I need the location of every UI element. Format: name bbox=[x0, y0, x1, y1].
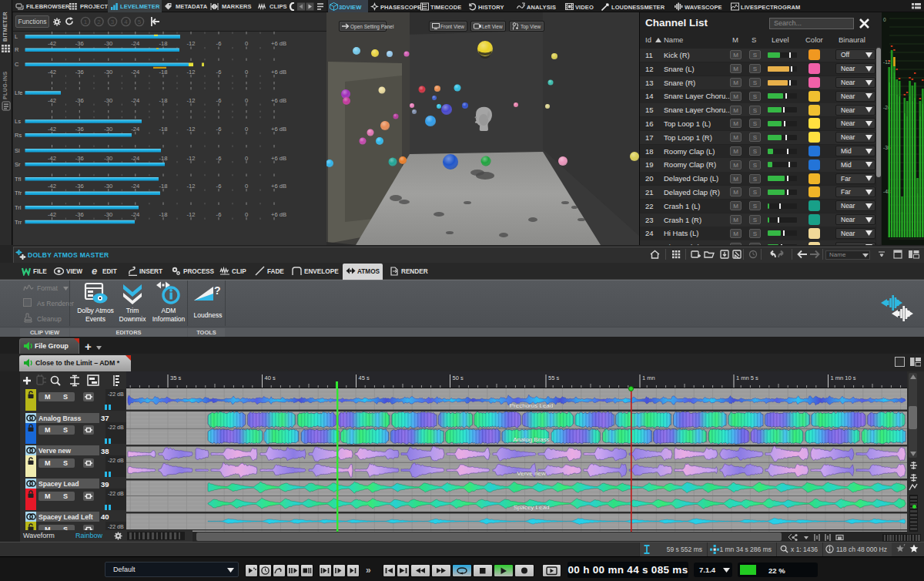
svg-text:-18: -18 bbox=[159, 155, 168, 162]
svg-text:-12: -12 bbox=[187, 155, 196, 162]
svg-text:-42: -42 bbox=[48, 126, 56, 133]
svg-text:-6: -6 bbox=[216, 69, 222, 76]
svg-text:-36: -36 bbox=[75, 40, 84, 47]
svg-text:-6: -6 bbox=[216, 40, 222, 47]
svg-text:-30: -30 bbox=[104, 97, 112, 104]
svg-text:-18: -18 bbox=[159, 126, 168, 133]
svg-text:-42: -42 bbox=[48, 155, 56, 162]
svg-text:-30: -30 bbox=[104, 40, 112, 47]
svg-text:-24: -24 bbox=[131, 183, 139, 190]
svg-text:Lfe: Lfe bbox=[15, 89, 22, 96]
svg-text:0: 0 bbox=[245, 155, 248, 162]
svg-text:-42: -42 bbox=[48, 183, 56, 190]
svg-text:-24: -24 bbox=[131, 69, 139, 76]
svg-text:-6: -6 bbox=[216, 211, 222, 218]
svg-text:-36: -36 bbox=[75, 126, 84, 133]
svg-text:-12: -12 bbox=[187, 126, 196, 133]
svg-text:-42: -42 bbox=[48, 69, 56, 76]
svg-text:-6: -6 bbox=[216, 155, 222, 162]
svg-text:0: 0 bbox=[245, 97, 248, 104]
svg-text:1 mn: 1 mn bbox=[642, 374, 655, 381]
svg-text:-42: -42 bbox=[48, 40, 56, 47]
svg-text:0: 0 bbox=[245, 126, 248, 133]
svg-text:0: 0 bbox=[245, 40, 248, 47]
svg-text:Sl: Sl bbox=[15, 147, 20, 154]
svg-text:-18: -18 bbox=[159, 97, 168, 104]
svg-text:-12: -12 bbox=[187, 183, 196, 190]
svg-text:C: C bbox=[15, 61, 19, 68]
svg-text:Tfl: Tfl bbox=[15, 176, 22, 183]
svg-text:Prechorus Lead: Prechorus Lead bbox=[510, 402, 553, 409]
svg-text:-36: -36 bbox=[75, 155, 84, 162]
svg-text:-30: -30 bbox=[104, 155, 112, 162]
svg-text:-30: -30 bbox=[104, 211, 112, 218]
svg-text:Spacey Lead: Spacey Lead bbox=[514, 504, 550, 511]
svg-text:+6 dB: +6 dB bbox=[271, 183, 286, 190]
svg-text:-30: -30 bbox=[104, 69, 112, 76]
svg-text:-36: -36 bbox=[75, 183, 84, 190]
svg-text:1: 1 bbox=[84, 18, 88, 25]
svg-text:1 mn 5 s: 1 mn 5 s bbox=[736, 374, 758, 381]
svg-text:-6: -6 bbox=[216, 126, 222, 133]
svg-text:-42: -42 bbox=[48, 211, 56, 218]
svg-text:0: 0 bbox=[245, 183, 248, 190]
svg-text:Trr: Trr bbox=[15, 219, 22, 226]
svg-text:+6 dB: +6 dB bbox=[271, 126, 286, 133]
svg-text:-18: -18 bbox=[159, 211, 168, 218]
svg-text:35 s: 35 s bbox=[170, 374, 181, 381]
svg-text:50 s: 50 s bbox=[453, 374, 464, 381]
svg-text:+6 dB: +6 dB bbox=[271, 211, 286, 218]
svg-text:2: 2 bbox=[97, 18, 101, 25]
svg-text:0: 0 bbox=[245, 211, 248, 218]
svg-text:Rs: Rs bbox=[15, 132, 22, 139]
svg-text:3: 3 bbox=[111, 18, 115, 25]
svg-text:-36: -36 bbox=[75, 211, 84, 218]
svg-text:Analog Brass: Analog Brass bbox=[513, 436, 550, 443]
svg-text:-24: -24 bbox=[131, 40, 139, 47]
svg-text:-36: -36 bbox=[75, 97, 84, 104]
svg-text:+6 dB: +6 dB bbox=[271, 69, 286, 76]
svg-text:-12: -12 bbox=[187, 211, 196, 218]
svg-text:-12: -12 bbox=[187, 69, 196, 76]
svg-text:-18: -18 bbox=[159, 183, 168, 190]
svg-text:55 s: 55 s bbox=[548, 374, 559, 381]
svg-text:-6: -6 bbox=[216, 97, 222, 104]
svg-text:R: R bbox=[15, 46, 19, 53]
svg-text:Trl: Trl bbox=[15, 204, 22, 211]
svg-text:-12: -12 bbox=[187, 40, 196, 47]
svg-text:0: 0 bbox=[883, 17, 886, 22]
svg-text:-6: -6 bbox=[216, 183, 222, 190]
svg-text:-24: -24 bbox=[131, 126, 139, 133]
svg-text:5: 5 bbox=[138, 18, 142, 25]
svg-text:-30: -30 bbox=[104, 126, 112, 133]
svg-text:L: L bbox=[15, 33, 18, 40]
svg-text:?: ? bbox=[214, 284, 221, 297]
svg-text:-24: -24 bbox=[131, 155, 139, 162]
svg-text:1 mn 10 s: 1 mn 10 s bbox=[831, 374, 856, 381]
svg-text:0: 0 bbox=[245, 69, 248, 76]
svg-text:+6 dB: +6 dB bbox=[271, 155, 286, 162]
svg-text:-42: -42 bbox=[48, 97, 56, 104]
svg-text:40 s: 40 s bbox=[265, 374, 276, 381]
svg-text:Ls: Ls bbox=[15, 118, 21, 125]
svg-text:-24: -24 bbox=[131, 211, 139, 218]
svg-text:-18: -18 bbox=[159, 69, 168, 76]
svg-text:-36: -36 bbox=[75, 69, 84, 76]
svg-text:+6 dB: +6 dB bbox=[271, 97, 286, 104]
svg-text:+6 dB: +6 dB bbox=[271, 40, 286, 47]
svg-text:-18: -18 bbox=[159, 40, 168, 47]
svg-text:4: 4 bbox=[124, 18, 128, 25]
svg-text:Sr: Sr bbox=[15, 161, 21, 168]
svg-text:Tfr: Tfr bbox=[15, 190, 22, 196]
svg-text:-24: -24 bbox=[131, 97, 139, 104]
svg-text:45 s: 45 s bbox=[359, 374, 370, 381]
svg-text:Verve new: Verve new bbox=[517, 470, 546, 477]
svg-text:-30: -30 bbox=[104, 183, 112, 190]
svg-text:-12: -12 bbox=[187, 97, 196, 104]
